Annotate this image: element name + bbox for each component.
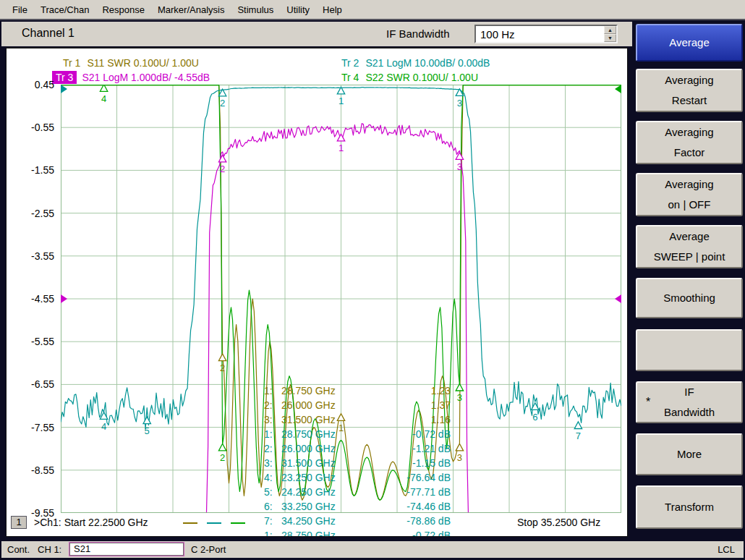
svg-text:3: 3 xyxy=(457,392,462,403)
legend-tr-4[interactable]: Tr 4S22 SWR 0.100U/ 1.00U xyxy=(341,72,478,85)
y-axis-label: -0.55 xyxy=(9,121,54,134)
softkey-blank[interactable] xyxy=(636,329,743,371)
svg-text:3: 3 xyxy=(457,98,462,109)
channel-label: CH 1: xyxy=(38,544,61,555)
svg-text:2: 2 xyxy=(220,452,225,463)
marker-readout-row: 2:26.000 GHz-1.21 dB xyxy=(264,441,451,456)
y-axis-label: -7.55 xyxy=(9,421,54,434)
marker-3-tr4-s22-swr[interactable]: 3 xyxy=(456,383,463,403)
legend-trace-id: Tr 3 xyxy=(52,71,77,84)
y-axis-label: -4.55 xyxy=(9,292,54,305)
softkey-transform[interactable]: Transform xyxy=(636,485,743,529)
legend-trace-id: Tr 4 xyxy=(341,72,359,83)
sweep-status: Cont. xyxy=(7,544,30,555)
legend-tr-1[interactable]: Tr 1S11 SWR 0.100U/ 1.00U xyxy=(63,57,199,70)
softkey-label: AverageSWEEP | point xyxy=(654,226,725,267)
softkey-averaging-on-off[interactable]: Averagingon | OFF xyxy=(636,173,743,216)
y-axis-label: -2.55 xyxy=(9,207,54,220)
marker-3-tr1-s11-swr[interactable]: 3 xyxy=(456,444,463,463)
svg-text:5: 5 xyxy=(145,425,150,436)
y-axis-label: -3.55 xyxy=(9,250,54,263)
y-axis-label: -8.55 xyxy=(9,464,54,477)
reference-level-indicator[interactable] xyxy=(615,85,621,93)
marker-2-tr2-s21-logm[interactable]: 2 xyxy=(218,89,226,109)
svg-text:3: 3 xyxy=(457,161,462,172)
svg-text:4: 4 xyxy=(101,93,106,104)
softkey-label: Transform xyxy=(665,497,714,517)
svg-text:2: 2 xyxy=(220,164,225,174)
tr2-sample-line xyxy=(207,522,221,524)
softkey-averaging-factor[interactable]: AveragingFactor xyxy=(636,121,743,164)
softkey-more[interactable]: More xyxy=(636,433,743,475)
softkey-average-sweep-point[interactable]: AverageSWEEP | point xyxy=(636,225,743,268)
marker-readout-logm-markers: 1:28.750 GHz-0.72 dB2:26.000 GHz-1.21 dB… xyxy=(264,427,451,537)
lcl-status: LCL xyxy=(718,544,735,555)
marker-2-tr1-s11-swr[interactable]: 2 xyxy=(218,354,226,373)
menu-file[interactable]: File xyxy=(6,1,34,19)
legend-trace-id: Tr 2 xyxy=(341,57,359,69)
softkey-label: Smoothing xyxy=(663,288,715,308)
legend-trace-params: S11 SWR 0.100U/ 1.00U xyxy=(87,57,199,69)
legend-trace-params: S21 LogM 1.000dB/ -4.55dB xyxy=(82,72,210,83)
svg-text:7: 7 xyxy=(576,430,581,441)
softkey-label: Average xyxy=(669,33,710,53)
menu-response[interactable]: Response xyxy=(95,1,151,19)
softkey-averaging-restart[interactable]: AveragingRestart xyxy=(636,69,743,112)
stop-frequency-label: Stop 35.2500 GHz xyxy=(517,517,600,528)
legend-trace-params: S22 SWR 0.100U/ 1.00U xyxy=(365,72,478,83)
softkey-if-bandwidth[interactable]: *IFBandwidth xyxy=(636,381,743,423)
y-axis-label: -9.55 xyxy=(9,506,54,519)
status-bar: Cont. CH 1: S21 C 2-Port LCL xyxy=(1,541,744,558)
svg-text:2: 2 xyxy=(220,362,225,373)
measurement-field: S21 xyxy=(69,543,184,556)
menu-utility[interactable]: Utility xyxy=(280,1,316,19)
y-axis-label: -1.55 xyxy=(9,164,54,177)
reference-level-indicator[interactable] xyxy=(61,85,67,93)
channel-title: Channel 1 xyxy=(22,27,74,40)
softkey-label: AveragingRestart xyxy=(665,70,713,111)
menu-trace-chan[interactable]: Trace/Chan xyxy=(34,1,95,19)
softkey-column: AverageAveragingRestartAveragingFactorAv… xyxy=(635,20,744,540)
menu-stimulus[interactable]: Stimulus xyxy=(231,1,280,19)
spinner-up-button[interactable]: ▲ xyxy=(604,26,616,34)
marker-1-tr3-s21-logm[interactable]: 1 xyxy=(337,134,344,153)
if-bandwidth-input[interactable]: 100 Hz ▲ ▼ xyxy=(474,25,618,43)
svg-text:1: 1 xyxy=(339,96,344,106)
softkey-smoothing[interactable]: Smoothing xyxy=(636,278,743,318)
plot-area: 1234231234567123 1 >Ch1: Start 22.2500 G… xyxy=(6,48,628,537)
marker-readout-row: 3:31.500 GHz1.16 xyxy=(264,412,451,427)
marker-readout-row: 4:23.250 GHz-76.64 dB xyxy=(264,470,451,485)
marker-readout-row: 7:34.250 GHz-78.86 dB xyxy=(264,514,451,528)
marker-7-tr2-s21-logm[interactable]: 7 xyxy=(574,422,582,441)
marker-readout-row: 5:24.250 GHz-77.71 dB xyxy=(264,485,451,499)
legend-tr-2[interactable]: Tr 2S21 LogM 10.00dB/ 0.00dB xyxy=(341,57,490,70)
softkey-average[interactable]: Average xyxy=(636,24,743,61)
cal-status: C 2-Port xyxy=(191,544,226,555)
svg-text:2: 2 xyxy=(220,98,225,109)
spinner-down-button[interactable]: ▼ xyxy=(604,34,616,42)
menu-help[interactable]: Help xyxy=(316,1,349,19)
marker-readout-row: 1:28.750 GHz-0.72 dB xyxy=(264,427,451,441)
menu-bar: FileTrace/ChanResponseMarker/AnalysisSti… xyxy=(0,0,745,20)
marker-readout-row: 1:28.750 GHz-0.72 dB xyxy=(264,528,451,537)
softkey-label: Averagingon | OFF xyxy=(665,174,713,215)
marker-readout-row: 2:26.000 GHz1.37 xyxy=(264,398,451,412)
menu-marker-analysis[interactable]: Marker/Analysis xyxy=(151,1,231,19)
svg-text:3: 3 xyxy=(457,452,462,463)
y-axis-label: 0.45 xyxy=(9,78,54,91)
marker-4-tr4-s22-swr[interactable]: 4 xyxy=(100,85,107,104)
if-bandwidth-spinner: ▲ ▼ xyxy=(604,26,616,42)
if-bandwidth-value: 100 Hz xyxy=(480,28,515,41)
tr1-sample-line xyxy=(183,522,197,524)
active-entry-indicator: * xyxy=(646,396,650,409)
legend-tr-3[interactable]: Tr 3S21 LogM 1.000dB/ -4.55dB xyxy=(52,72,210,85)
legend-trace-id: Tr 1 xyxy=(63,57,80,69)
tr4-sample-line xyxy=(231,522,245,524)
softkey-label: AveragingFactor xyxy=(665,122,713,163)
reference-level-indicator[interactable] xyxy=(615,294,621,303)
marker-1-tr2-s21-logm[interactable]: 1 xyxy=(337,87,344,106)
reference-level-indicator[interactable] xyxy=(61,294,67,303)
marker-2-tr4-s22-swr[interactable]: 2 xyxy=(218,444,226,463)
y-axis-label: -6.55 xyxy=(9,378,54,391)
y-axis-label: -5.55 xyxy=(9,335,54,348)
